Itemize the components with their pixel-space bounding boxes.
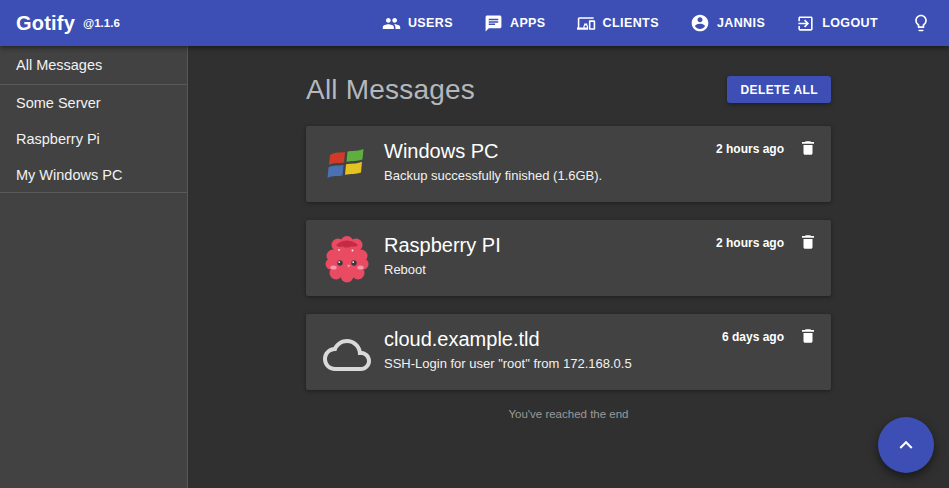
message-body: SSH-Login for user "root" from 172.168.0… — [384, 356, 722, 371]
app-version: @1.1.6 — [83, 17, 120, 29]
sidebar-item-all-messages[interactable]: All Messages — [0, 46, 187, 85]
channels-sidebar: All Messages Some Server Raspberry Pi My… — [0, 46, 188, 488]
delete-message-button[interactable] — [799, 327, 817, 348]
message-timestamp: 2 hours ago — [716, 236, 784, 250]
devices-icon — [577, 14, 596, 33]
sidebar-item-label: My Windows PC — [16, 167, 122, 183]
account-circle-icon — [690, 13, 710, 33]
sidebar-item-raspberry-pi[interactable]: Raspberry Pi — [0, 121, 187, 157]
nav-users-button[interactable]: USERS — [380, 8, 455, 39]
message-card-raspberry-pi: Raspberry PI Reboot 2 hours ago — [306, 220, 831, 296]
end-of-list-text: You've reached the end — [306, 408, 831, 420]
message-title: cloud.example.tld — [384, 328, 722, 351]
nav-user-label: JANNIS — [717, 16, 765, 30]
nav-apps-label: APPS — [510, 16, 546, 30]
chat-icon — [484, 14, 503, 33]
top-navbar: Gotify @1.1.6 USERS APPS CLIENTS JANNIS — [0, 0, 949, 46]
raspberry-logo-icon — [322, 233, 372, 283]
theme-toggle-button[interactable] — [909, 7, 933, 39]
delete-message-button[interactable] — [799, 233, 817, 254]
sidebar-item-label: All Messages — [16, 57, 102, 73]
nav-logout-button[interactable]: LOGOUT — [794, 8, 880, 39]
chevron-up-icon — [893, 432, 919, 458]
trash-icon — [799, 233, 817, 254]
users-icon — [382, 14, 401, 33]
messages-main: All Messages DELETE ALL Windows PC Backu… — [188, 46, 949, 488]
nav-clients-button[interactable]: CLIENTS — [575, 8, 661, 39]
message-title: Raspberry PI — [384, 234, 716, 257]
message-timestamp: 2 hours ago — [716, 142, 784, 156]
message-body: Reboot — [384, 262, 716, 277]
nav-clients-label: CLIENTS — [603, 16, 659, 30]
cloud-logo-icon — [322, 327, 372, 377]
delete-message-button[interactable] — [799, 139, 817, 160]
trash-icon — [799, 139, 817, 160]
message-card-windows-pc: Windows PC Backup successfully finished … — [306, 126, 831, 202]
nav-users-label: USERS — [408, 16, 453, 30]
sidebar-item-label: Raspberry Pi — [16, 131, 100, 147]
nav-apps-button[interactable]: APPS — [482, 8, 548, 39]
sidebar-item-label: Some Server — [16, 95, 101, 111]
scroll-to-top-button[interactable] — [878, 417, 934, 473]
logout-icon — [796, 14, 815, 33]
message-body: Backup successfully finished (1.6GB). — [384, 168, 716, 183]
nav-logout-label: LOGOUT — [822, 16, 878, 30]
sidebar-item-my-windows-pc[interactable]: My Windows PC — [0, 157, 187, 193]
navbar-actions: USERS APPS CLIENTS JANNIS LOGOUT — [380, 7, 933, 39]
lightbulb-icon — [911, 13, 931, 33]
delete-all-button[interactable]: DELETE ALL — [727, 76, 831, 103]
app-title: Gotify — [16, 12, 75, 35]
windows-logo-icon — [322, 139, 372, 189]
sidebar-item-some-server[interactable]: Some Server — [0, 85, 187, 121]
nav-user-account-button[interactable]: JANNIS — [688, 7, 767, 39]
trash-icon — [799, 327, 817, 348]
page-title: All Messages — [306, 74, 475, 106]
message-card-cloud: cloud.example.tld SSH-Login for user "ro… — [306, 314, 831, 390]
message-title: Windows PC — [384, 140, 716, 163]
message-timestamp: 6 days ago — [722, 330, 784, 344]
